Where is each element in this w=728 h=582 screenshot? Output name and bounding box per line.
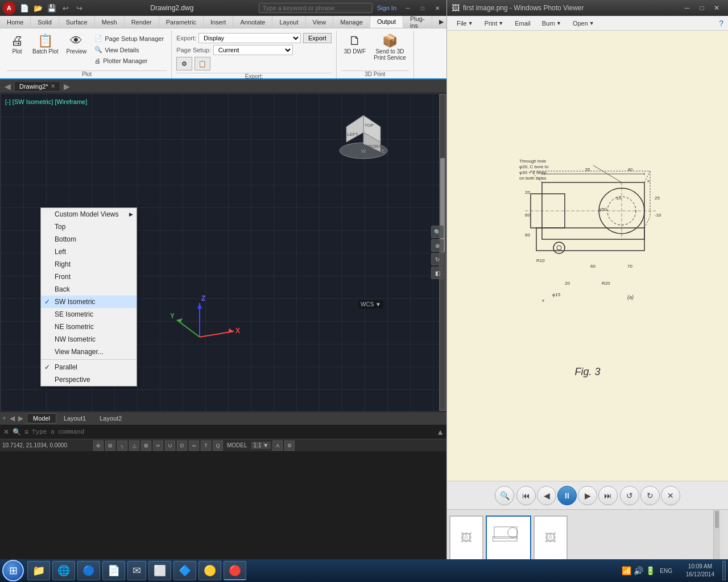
plot-button[interactable]: 🖨 Plot xyxy=(7,33,27,56)
export-select[interactable]: Display xyxy=(198,33,301,43)
plotter-manager-btn[interactable]: 🖨 Plotter Manager xyxy=(92,56,167,66)
otrack-icon[interactable]: ∞ xyxy=(153,440,163,451)
ctx-ne-isometric[interactable]: NE Isometric xyxy=(41,321,136,333)
cmd-search-icon[interactable]: 🔍 xyxy=(11,427,22,437)
wpv-first-btn[interactable]: ⏮ xyxy=(516,486,536,505)
page-setup-select[interactable]: Current xyxy=(213,45,293,55)
wpv-email-menu[interactable]: Email xyxy=(510,18,536,28)
cmd-scroll-btn[interactable]: ▲ xyxy=(436,427,444,436)
ctx-parallel[interactable]: Parallel xyxy=(41,361,136,373)
wpv-burn-menu[interactable]: Burn ▼ xyxy=(537,18,566,28)
tp-icon[interactable]: T xyxy=(201,440,211,451)
viewport[interactable]: [-] [SW Isometric] [Wireframe] Custom Mo… xyxy=(0,93,446,411)
minimize-btn[interactable]: ─ xyxy=(401,3,415,13)
taskbar-word[interactable]: 📄 xyxy=(102,561,125,580)
tab-layout[interactable]: Layout xyxy=(272,16,305,28)
view-btn[interactable]: ◧ xyxy=(431,267,444,279)
sign-in-btn[interactable]: Sign In xyxy=(377,5,396,11)
layout-nav-prev[interactable]: ◀ xyxy=(10,414,15,422)
batch-plot-button[interactable]: 📋 Batch Plot xyxy=(30,33,61,56)
ctx-back[interactable]: Back xyxy=(41,283,136,296)
ctx-top[interactable]: Top xyxy=(41,221,136,233)
export-button[interactable]: Export xyxy=(303,33,332,43)
tab-solid[interactable]: Solid xyxy=(31,16,59,28)
filmstrip-thumb-blank1[interactable]: 🖼 xyxy=(449,516,483,561)
layout-nav-next[interactable]: ▶ xyxy=(18,414,23,422)
taskbar-app2[interactable]: 🔷 xyxy=(173,561,196,580)
tab-view[interactable]: View xyxy=(306,16,334,28)
command-input[interactable] xyxy=(32,429,436,435)
viewport-label[interactable]: [-] [SW Isometric] [Wireframe] xyxy=(5,98,87,105)
filmstrip-thumb-blank2[interactable]: 🖼 xyxy=(533,516,568,561)
wpv-rotate-ccw-btn[interactable]: ↺ xyxy=(620,486,639,505)
preview-button[interactable]: 👁 Preview xyxy=(64,33,90,56)
cmd-menu-icon[interactable]: ≡ xyxy=(23,427,30,437)
tab-model[interactable]: Model xyxy=(27,413,56,423)
doc-tab-drawing2[interactable]: Drawing2* ✕ xyxy=(14,81,60,92)
tab-plugins[interactable]: Plug-ins xyxy=(403,16,432,28)
new-btn[interactable]: 📄 xyxy=(18,2,31,14)
tab-render[interactable]: Render xyxy=(125,16,159,28)
qp-icon[interactable]: Q xyxy=(213,440,223,451)
tab-parametric[interactable]: Parametric xyxy=(159,16,204,28)
taskbar-explorer[interactable]: 📁 xyxy=(27,561,50,580)
wpv-minimize-btn[interactable]: ─ xyxy=(680,3,694,13)
ortho-icon[interactable]: ┐ xyxy=(117,440,127,451)
taskbar-app1[interactable]: ⬜ xyxy=(148,561,171,580)
snap-icon[interactable]: ⊕ xyxy=(93,440,104,451)
tab-insert[interactable]: Insert xyxy=(204,16,234,28)
lw-icon[interactable]: ═ xyxy=(189,440,199,451)
export-options-btn[interactable]: 📋 xyxy=(195,57,210,70)
ctx-se-isometric[interactable]: SE Isometric xyxy=(41,308,136,321)
doc-tab-close-btn[interactable]: ✕ xyxy=(51,83,55,89)
ctx-left[interactable]: Left xyxy=(41,246,136,258)
pan-btn[interactable]: 🔍 xyxy=(431,226,444,238)
save-btn[interactable]: 💾 xyxy=(46,2,58,14)
redo-btn[interactable]: ↪ xyxy=(73,2,85,14)
view-details-btn[interactable]: 🔍 View Details xyxy=(92,44,167,55)
view-cube[interactable]: W E TOP FRONT LEFT xyxy=(338,111,389,162)
taskbar-chrome[interactable]: 🌐 xyxy=(52,561,75,580)
close-btn[interactable]: ✕ xyxy=(431,3,444,13)
export-settings-btn[interactable]: ⚙ xyxy=(176,57,192,70)
wpv-file-menu[interactable]: File ▼ xyxy=(452,18,478,28)
tab-surface[interactable]: Surface xyxy=(59,16,95,28)
tab-output[interactable]: Output xyxy=(370,16,403,28)
osnap-icon[interactable]: ⊠ xyxy=(141,440,151,451)
dyn-icon[interactable]: D xyxy=(177,440,187,451)
page-setup-manager-btn[interactable]: 📄 Page Setup Manager xyxy=(92,33,167,44)
show-desktop-btn[interactable] xyxy=(722,561,726,580)
add-layout-btn[interactable]: + xyxy=(2,414,6,422)
taskbar-outlook[interactable]: ✉ xyxy=(127,561,146,580)
tab-layout1[interactable]: Layout1 xyxy=(57,413,92,423)
orbit-btn[interactable]: ↻ xyxy=(431,253,444,265)
restore-btn[interactable]: □ xyxy=(416,3,429,13)
ctx-perspective[interactable]: Perspective xyxy=(41,373,136,386)
cmd-close-icon[interactable]: ✕ xyxy=(2,427,10,437)
tab-annotate[interactable]: Annotate xyxy=(233,16,272,28)
filmstrip-scrollbar[interactable] xyxy=(713,510,720,566)
taskbar-acad[interactable]: 🔴 xyxy=(224,561,246,580)
wpv-maximize-btn[interactable]: □ xyxy=(695,3,709,13)
workspace-icon[interactable]: ⚙ xyxy=(284,440,295,451)
ctx-nw-isometric[interactable]: NW Isometric xyxy=(41,333,136,346)
wpv-close-btn[interactable]: ✕ xyxy=(710,3,723,13)
polar-icon[interactable]: △ xyxy=(129,440,139,451)
tab-layout2[interactable]: Layout2 xyxy=(93,413,128,423)
ctx-bottom[interactable]: Bottom xyxy=(41,233,136,246)
wpv-last-btn[interactable]: ⏭ xyxy=(598,486,618,505)
ctx-front[interactable]: Front xyxy=(41,271,136,283)
wpv-rotate-cw-btn[interactable]: ↻ xyxy=(640,486,660,505)
zoom-btn[interactable]: ⊕ xyxy=(431,239,444,252)
open-btn[interactable]: 📂 xyxy=(32,2,44,14)
anno-icon[interactable]: A xyxy=(272,440,283,451)
grid-icon[interactable]: ⊞ xyxy=(105,440,115,451)
start-button[interactable]: ⊞ xyxy=(2,560,24,581)
filmstrip-thumb-active[interactable] xyxy=(486,516,531,561)
tab-manage[interactable]: Manage xyxy=(333,16,370,28)
keyword-search[interactable] xyxy=(259,3,373,13)
taskbar-ie[interactable]: 🔵 xyxy=(77,561,100,580)
ctx-view-manager[interactable]: View Manager... xyxy=(41,346,136,358)
new-tab-btn[interactable]: ▶ xyxy=(61,82,72,91)
wpv-delete-btn[interactable]: ✕ xyxy=(661,486,680,505)
